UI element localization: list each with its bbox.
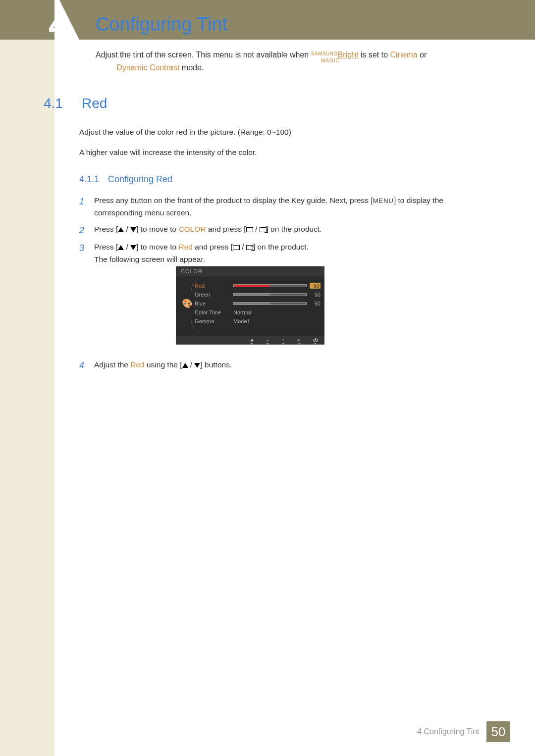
t: and press [: [206, 225, 246, 233]
step-body: Press any button on the front of the pro…: [94, 195, 456, 219]
t: Press [: [94, 243, 118, 251]
body-text-1: Adjust the value of the color red in the…: [79, 126, 456, 139]
osd-row: Color Tone:Normal: [195, 308, 321, 317]
left-strip: [0, 0, 54, 756]
down-icon: [130, 227, 136, 232]
osd-slider: [233, 293, 307, 296]
t: The following screen will appear.: [94, 255, 205, 263]
osd-colon: :: [228, 301, 233, 306]
section-title: Red: [82, 96, 107, 111]
subsection-number: 4.1.1: [79, 174, 99, 185]
step-num: 1: [79, 195, 94, 219]
step-body: Press [ / ] to move to COLOR and press […: [94, 223, 456, 238]
t: ] to move to: [136, 225, 178, 233]
subsection-title: Configuring Red: [108, 174, 172, 185]
step-4: 4 Adjust the Red using the [ / ] buttons…: [79, 360, 456, 371]
osd-colon: :: [228, 283, 233, 289]
osd-value: 50: [310, 292, 321, 298]
osd-value: Normal: [233, 309, 321, 315]
osd-slider: [233, 284, 307, 287]
down-icon: [130, 245, 136, 250]
dynamic-contrast-text: Dynamic Contrast: [116, 63, 179, 72]
color-text: COLOR: [178, 225, 206, 233]
t: ] on the product.: [267, 225, 322, 233]
t: Adjust the: [94, 360, 130, 369]
red-text: Red: [178, 243, 192, 251]
up-icon: [118, 245, 124, 250]
osd-footer-icon: ◄: [248, 338, 255, 343]
body-text-2: A higher value will increase the intensi…: [79, 147, 456, 159]
t: ] to move to: [136, 243, 178, 251]
enter-icon: [246, 245, 253, 250]
osd-footer-icon: −: [264, 338, 271, 343]
osd-row: Gamma:Mode1: [195, 317, 321, 326]
chapter-number: 4: [49, 5, 68, 45]
step-body: Adjust the Red using the [ / ] buttons.: [94, 360, 456, 371]
step-list: 1 Press any button on the front of the p…: [79, 195, 456, 270]
intro-part3: or: [418, 50, 427, 59]
t: Press [: [94, 225, 118, 233]
osd-menu: COLOR 🎨 Red:50Green:50Blue:50Color Tone:…: [176, 266, 324, 345]
step-2: 2 Press [ / ] to move to COLOR and press…: [79, 223, 456, 238]
osd-curve: [191, 278, 201, 333]
down-icon: [194, 363, 200, 368]
cinema-text: Cinema: [390, 50, 418, 59]
page-title: Configuring Tint: [96, 14, 227, 35]
step-num: 2: [79, 223, 94, 238]
red-text: Red: [130, 360, 144, 369]
osd-row: Blue:50: [195, 299, 321, 308]
t: using the [: [145, 360, 182, 369]
t: ] on the product.: [253, 243, 309, 251]
intro-part1: Adjust the tint of the screen. This menu…: [96, 50, 311, 59]
osd-value: 50: [310, 283, 321, 289]
intro-part2: is set to: [361, 50, 390, 59]
osd-title: COLOR: [176, 266, 324, 276]
t: Press any button on the front of the pro…: [94, 196, 373, 204]
step-body: Press [ / ] to move to Red and press [ /…: [94, 241, 456, 266]
intro-part4: mode.: [179, 63, 204, 72]
up-icon: [118, 227, 124, 232]
osd-value: 50: [310, 301, 321, 306]
magic-sub: MAGIC: [321, 58, 340, 63]
source-icon: [246, 227, 253, 232]
t: and press [: [193, 243, 233, 251]
osd-colon: :: [228, 318, 233, 324]
section-number: 4.1: [44, 96, 63, 111]
menu-key: MENU: [373, 197, 394, 204]
osd-colon: :: [228, 292, 233, 298]
up-icon: [182, 363, 188, 368]
osd-footer: ◄−+↵⏻: [176, 336, 324, 345]
footer-chapter: 4 Configuring Tint: [417, 727, 479, 736]
footer: 4 Configuring Tint 50: [54, 721, 510, 742]
step-1: 1 Press any button on the front of the p…: [79, 195, 456, 219]
osd-footer-icon: +: [280, 338, 287, 343]
bright-text: Bright: [338, 50, 359, 59]
enter-icon: [260, 227, 267, 232]
osd-colon: :: [228, 309, 233, 315]
osd-items: Red:50Green:50Blue:50Color Tone:NormalGa…: [195, 281, 321, 326]
step-num: 4: [79, 360, 94, 371]
intro-text: Adjust the tint of the screen. This menu…: [96, 49, 457, 74]
osd-row: Red:50: [195, 281, 321, 290]
step-num: 3: [79, 241, 94, 266]
osd-footer-icon: ↵: [296, 338, 303, 343]
step-3: 3 Press [ / ] to move to Red and press […: [79, 241, 456, 266]
samsung-sup: SAMSUNG: [311, 51, 338, 56]
t: ] buttons.: [200, 360, 232, 369]
osd-footer-icon: ⏻: [312, 338, 319, 343]
osd-row: Green:50: [195, 290, 321, 299]
footer-page-number: 50: [486, 721, 510, 742]
source-icon: [233, 245, 240, 250]
top-banner: [0, 0, 535, 40]
osd-value: Mode1: [233, 318, 321, 324]
osd-slider: [233, 302, 307, 305]
